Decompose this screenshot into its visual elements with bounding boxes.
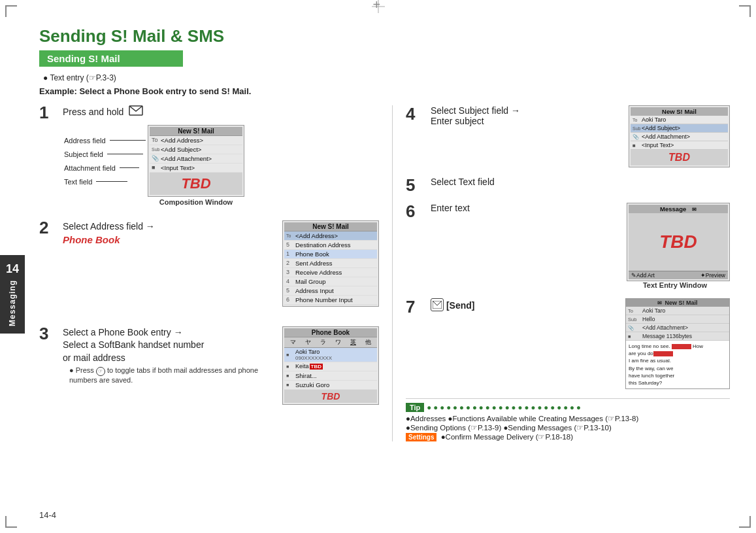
step-3: 3 Select a Phone Book entry →Select a So… — [39, 326, 379, 405]
step-7-row-msg: ■ Message 1136bytes — [626, 332, 729, 341]
redacted-1 — [672, 344, 691, 349]
page-title: Sending S! Mail & SMS — [39, 26, 730, 46]
step-2-row-to: To <Add Address> — [284, 232, 377, 241]
comp-row-attach: 📎 <Add Attachment> — [150, 154, 242, 163]
s4-input-text: <Input Text> — [642, 142, 674, 148]
to-text: <Add Address> — [161, 137, 240, 144]
step-4-number: 4 — [406, 105, 424, 122]
s4-to-icon: To — [633, 118, 640, 122]
corner-tl — [5, 5, 17, 17]
step-5: 5 Select Text field — [406, 177, 730, 194]
aoki-num: 090XXXXXXXX — [295, 355, 375, 361]
step-4-screen: New S! Mail To Aoki Taro Sub <Add Subjec… — [629, 105, 730, 167]
step-3-bullet: ● Press ☞ to toggle tabs if both mail ad… — [69, 366, 274, 384]
step-4-row-to: To Aoki Taro — [631, 116, 728, 124]
sub-text: <Add Subject> — [161, 146, 240, 153]
tab-ya[interactable]: ヤ — [305, 338, 311, 347]
aoki-name: Aoki Taro — [295, 349, 375, 355]
keita-name: KeitaTBD — [295, 363, 375, 370]
step-6-content: Message ✉ TBD ✎Add Art ✦Preview — [431, 203, 730, 289]
tip-box: Tip ●●●●●●●●●●●●●●●●●●●●●●●● ●Addresses … — [406, 398, 730, 441]
tab-en[interactable]: 英 — [350, 338, 356, 347]
step-3-screen-title: Phone Book — [284, 328, 377, 337]
composition-window-label: Composition Window — [148, 198, 244, 206]
aoki-icon: ■ — [286, 352, 294, 357]
step-4-row-attach: 📎 <Add Attachment> — [631, 133, 728, 141]
row-to-icon: To — [286, 233, 294, 238]
step-7-screen-title: ✉ New S! Mail — [626, 299, 729, 307]
step-4-row-sub: Sub <Add Subject> — [631, 124, 728, 133]
tab-other[interactable]: 他 — [365, 338, 371, 347]
step-5-content: Select Text field — [431, 177, 730, 187]
send-icon — [431, 298, 444, 311]
s4-attach-text: <Add Attachment> — [642, 133, 690, 140]
s7-msg-label: ■ — [628, 334, 642, 339]
tip-dots: ●●●●●●●●●●●●●●●●●●●●●●●● — [427, 404, 583, 411]
step-1-diagram: Address field Subject field Attachment f… — [148, 125, 244, 206]
row-phone-text: Phone Book — [295, 250, 375, 258]
comp-row-sub: Sub <Add Subject> — [150, 145, 242, 154]
s7-to-text: Aoki Taro — [642, 307, 665, 314]
step-6-bottom-bar: ✎Add Art ✦Preview — [629, 271, 728, 279]
row-recv-text: Receive Address — [295, 269, 375, 276]
step-3-area: Select a Phone Book entry →Select a Soft… — [63, 326, 379, 405]
step-2-number: 2 — [39, 219, 58, 236]
page-container: 14 Messaging Sending S! Mail & SMS Sendi… — [0, 0, 756, 533]
keita-tbd: TBD — [310, 364, 323, 370]
s7-attach-text: <Add Attachment> — [642, 324, 688, 331]
row-sent-text: Sent Address — [295, 260, 375, 267]
sub-icon: Sub — [152, 147, 159, 152]
tab-label: Messaging — [8, 280, 17, 326]
step-3-row-shira: ■ Shirat... — [284, 371, 377, 381]
row-dest-text: Destination Address — [295, 241, 375, 249]
step-3-text: Select a Phone Book entry →Select a Soft… — [63, 326, 274, 384]
step-1-number: 1 — [39, 104, 58, 121]
step-2-row-recv: 3 Receive Address — [284, 268, 377, 277]
row-num-text: Phone Number Input — [295, 296, 375, 303]
step-7: 7 ✉ New S! Mail To Aoki Taro — [406, 298, 730, 389]
input-text: <Input Text> — [161, 164, 240, 171]
tab-ma[interactable]: マ — [290, 338, 296, 347]
comp-screen-title: New S! Mail — [150, 127, 242, 136]
s7-to-label: To — [628, 308, 642, 314]
step-2-row-group: 4 Mail Group — [284, 277, 377, 286]
s7-attach-label: 📎 — [628, 325, 642, 331]
step-2-row-sent: 2 Sent Address — [284, 259, 377, 268]
input-icon: ■ — [152, 164, 159, 171]
step-2-screen: New S! Mail To <Add Address> 5 Destinati… — [282, 220, 379, 307]
row-group-text: Mail Group — [295, 278, 375, 285]
step-2-phone-book: Phone Book — [63, 234, 120, 245]
row-recv-icon: 3 — [286, 269, 294, 275]
step-6: 6 Message ✉ TBD — [406, 203, 730, 289]
step-3-row-keita: ■ KeitaTBD — [284, 362, 377, 371]
step-4-tbd: TBD — [631, 150, 728, 165]
section-header: Sending S! Mail — [39, 50, 183, 67]
tip-label: Tip — [406, 403, 424, 412]
corner-bl — [5, 516, 17, 528]
preview-label: ✦Preview — [700, 272, 725, 279]
step-3-row-aoki: ■ Aoki Taro 090XXXXXXXX — [284, 348, 377, 362]
step-2-screen-title: New S! Mail — [284, 222, 377, 232]
page-tab: 14 Messaging — [0, 255, 25, 334]
main-layout: 1 Press and hold — [39, 105, 730, 441]
toggle-icon: ☞ — [96, 367, 105, 376]
s4-sub-text: <Add Subject> — [642, 125, 680, 131]
field-label-subject: Subject field — [64, 150, 146, 158]
suzuki-icon: ■ — [286, 383, 294, 387]
step-5-number: 5 — [406, 177, 424, 194]
tab-ra[interactable]: ラ — [320, 338, 326, 347]
step-2-text: Select Address field → Phone Book — [63, 220, 274, 247]
add-art-label: ✎Add Art — [631, 272, 655, 279]
tab-wa[interactable]: ワ — [335, 338, 341, 347]
composition-screen: New S! Mail To <Add Address> Sub <Add Su… — [148, 125, 244, 197]
tab-number: 14 — [6, 262, 19, 276]
row-phone-icon: 1 — [286, 250, 294, 257]
step-7-row-to: To Aoki Taro — [626, 307, 729, 315]
step-2: 2 Select Address field → Phone Book — [39, 220, 379, 316]
settings-badge: Settings — [406, 433, 436, 441]
row-addr-icon: 5 — [286, 287, 294, 294]
comp-row-text: ■ <Input Text> — [150, 163, 242, 173]
step-2-screen-area: New S! Mail To <Add Address> 5 Destinati… — [282, 220, 379, 307]
step-1-title-text: Press and hold — [63, 107, 123, 117]
s4-sub-icon: Sub — [633, 126, 640, 131]
